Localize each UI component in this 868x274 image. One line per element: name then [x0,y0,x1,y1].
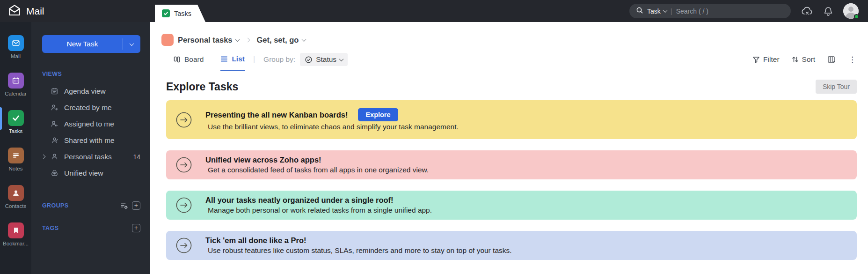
skip-tour-button[interactable]: Skip Tour [816,80,857,94]
breadcrumb-separator-icon [246,37,250,42]
tab-list-label: List [232,55,245,63]
rail-item-calendar[interactable]: Calendar [0,73,31,96]
rail-label: Calendar [5,91,27,96]
rail-item-contacts[interactable]: Contacts [0,185,31,209]
main-content: Personal tasks Get, set, go Board List |… [150,22,868,274]
person-arrow-out-icon [50,104,58,111]
user-avatar[interactable] [843,3,859,19]
cloud-sync-icon[interactable] [801,6,813,16]
add-tag-button[interactable]: + [132,224,140,232]
notes-icon [8,148,24,163]
toolbar-divider: | [253,55,255,64]
expand-chevron-icon[interactable] [41,155,46,159]
group-by-status-dropdown[interactable]: Status [300,53,348,66]
search-scope-dropdown[interactable]: Task [647,7,667,15]
tags-header-label: TAGS [42,225,58,231]
sort-button[interactable]: Sort [792,55,815,64]
banner-kanban: Presenting the all new Kanban boards! Ex… [166,100,857,139]
rail-label: Bookmar... [3,241,29,246]
breadcrumb-project-label: Personal tasks [178,36,232,44]
personal-tasks-count: 14 [133,153,140,161]
banner-subtitle: Use robust features like custom status, … [205,246,512,255]
sidebar-item-label: Assigned to me [64,120,114,128]
banner-title: Presenting the all new Kanban boards! [205,111,348,119]
tasks-icon [8,110,24,126]
banner-unified-view: Unified view across Zoho apps! Get a con… [166,150,857,179]
brand-name: Mail [26,6,44,17]
tab-board-label: Board [184,55,204,64]
sort-arrows-icon [792,56,799,63]
online-status-dot [854,14,859,19]
filter-funnel-icon [752,56,760,63]
sidebar-item-created-by-me[interactable]: Created by me [31,99,150,116]
groups-header-label: GROUPS [42,202,69,209]
views-header-label: VIEWS [42,71,62,77]
search-scope-value: Task [647,7,661,15]
app-brand: Mail [0,3,44,19]
explore-button[interactable]: Explore [358,108,398,121]
sidebar-item-personal-tasks[interactable]: Personal tasks 14 [31,148,150,165]
new-task-label: New Task [42,40,123,48]
rail-item-bookmarks[interactable]: Bookmar... [0,222,31,246]
banner-title: Tick 'em all done like a Pro! [205,236,512,245]
list-icon [220,56,228,62]
rail-item-tasks[interactable]: Tasks [0,110,31,134]
chevron-down-icon [663,8,667,13]
banner-subtitle: Use the brilliant views, to eliminate ch… [205,123,459,131]
tab-tasks-label: Tasks [174,10,191,17]
manage-groups-icon[interactable] [120,202,128,210]
project-color-swatch [161,34,174,46]
sidebar-item-assigned-to-me[interactable]: Assigned to me [31,116,150,132]
page-title: Explore Tasks [166,81,238,93]
group-by-value: Status [316,55,336,64]
banner-list: Presenting the all new Kanban boards! Ex… [166,100,857,260]
groups-section-header: GROUPS + [31,201,150,210]
banner-tick-em-all: Tick 'em all done like a Pro! Use robust… [166,231,857,260]
group-by-label: Group by: [263,55,295,64]
person-icon [50,153,58,161]
new-task-button[interactable]: New Task [42,35,140,53]
agenda-icon [50,87,58,95]
rail-label: Mail [11,53,21,59]
person-arrow-in-icon [50,120,58,128]
sidebar-item-label: Created by me [64,104,112,112]
app-rail: Mail Calendar Tasks Notes Contacts [0,22,31,274]
sidebar-item-agenda-view[interactable]: Agenda view [31,83,150,99]
arrow-circle-icon [175,156,192,173]
mail-logo-icon [7,3,22,19]
rail-label: Notes [8,166,22,171]
new-task-dropdown[interactable] [123,43,140,46]
columns-icon [827,55,836,64]
sidebar-item-label: Personal tasks [64,153,112,161]
breadcrumb-section-label: Get, set, go [256,36,299,44]
arrow-circle-icon [175,197,192,214]
columns-button[interactable] [827,55,836,64]
notifications-bell-icon[interactable] [824,6,833,16]
rail-item-mail[interactable]: Mail [0,35,31,59]
sidebar-item-shared-with-me[interactable]: Shared with me [31,132,150,148]
tags-section-header: TAGS + [31,224,150,232]
breadcrumb-project[interactable]: Personal tasks [178,36,239,44]
tasks-sidebar: New Task VIEWS Agenda view Created by me [31,22,150,274]
status-check-icon [305,56,313,64]
sidebar-item-label: Unified view [64,169,103,178]
mail-icon [8,35,24,51]
sidebar-item-label: Shared with me [64,136,115,145]
rail-item-notes[interactable]: Notes [0,148,31,171]
add-group-button[interactable]: + [132,201,140,210]
unified-view-icon [50,169,58,177]
search-bar[interactable]: Task | Search ( / ) [629,4,791,18]
breadcrumb-section[interactable]: Get, set, go [256,36,306,44]
search-icon [636,7,643,16]
person-share-icon [50,136,58,144]
search-input[interactable]: Search ( / ) [676,7,708,15]
tab-board[interactable]: Board [173,48,204,71]
banner-subtitle: Get a consolidated feed of tasks from al… [205,166,429,174]
sidebar-item-unified-view[interactable]: Unified view [31,165,150,181]
sort-label: Sort [802,55,815,64]
more-options-kebab-icon[interactable]: ⋮ [848,55,856,65]
tab-list[interactable]: List [220,48,245,71]
chevron-down-icon [339,57,344,61]
tab-tasks[interactable]: Tasks [155,5,205,22]
filter-button[interactable]: Filter [752,55,779,64]
